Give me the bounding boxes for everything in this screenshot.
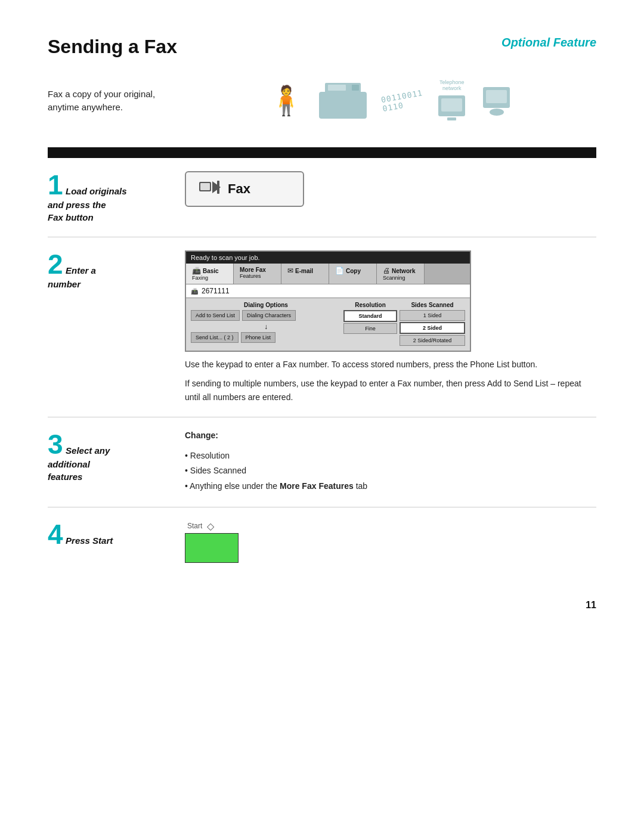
step-2-desc1: Use the keypad to enter a Fax number. To…	[185, 358, 596, 371]
svg-rect-3	[352, 85, 359, 91]
resolution-header: Resolution	[343, 302, 397, 308]
start-green-button[interactable]	[185, 533, 239, 563]
copy-tab-icon: 📄	[335, 267, 344, 275]
number-field-icon: 📠	[191, 288, 198, 295]
sides-rotated-btn[interactable]: 2 Sided/Rotated	[400, 335, 465, 346]
tab-copy[interactable]: 📄 Copy	[329, 264, 377, 284]
intro-text: Fax a copy of your original, anytime any…	[48, 88, 167, 114]
svg-rect-6	[447, 117, 456, 120]
fax-number-value: 2671111	[202, 287, 230, 295]
person-icon: 🧍	[268, 84, 304, 117]
tab-more-fax-title: More Fax	[240, 267, 266, 273]
phone-list-btn[interactable]: Phone List	[241, 332, 276, 343]
resolution-fine-btn[interactable]: Fine	[343, 323, 397, 334]
email-tab-icon: ✉	[287, 267, 293, 275]
screen-topbar-text: Ready to scan your job.	[186, 252, 470, 264]
change-label: Change:	[185, 431, 596, 440]
tab-email-title: E-mail	[295, 268, 313, 274]
svg-point-9	[490, 109, 504, 116]
step-1-label-area: 1 Load originals and press the Fax butto…	[48, 171, 167, 224]
step-3-number: 3	[48, 429, 63, 460]
screen-body: Dialing Options Add to Send List Dialing…	[186, 298, 470, 351]
fax-button-label[interactable]: Fax	[228, 181, 250, 197]
fax-number-field: 📠 2671111	[186, 284, 470, 298]
step-3-content: Change: Resolution Sides Scanned Anythin…	[185, 431, 596, 494]
dialing-options-col: Dialing Options Add to Send List Dialing…	[191, 302, 341, 347]
add-to-send-list-btn[interactable]: Add to Send List	[191, 310, 240, 321]
tab-network-title: Network	[392, 268, 415, 274]
sides-scanned-header: Sides Scanned	[400, 302, 465, 308]
screen-tabs-row: 📠 Basic Faxing More Fax Features ✉ E-mai…	[186, 264, 470, 284]
section-divider-bar	[48, 147, 596, 158]
svg-rect-0	[319, 92, 367, 119]
scanning-tab-icon: 🖨	[383, 267, 390, 275]
intro-row: Fax a copy of your original, anytime any…	[48, 65, 596, 137]
send-phone-row: Send List... ( 2 ) Phone List	[191, 332, 341, 343]
svg-rect-5	[441, 98, 462, 112]
page-number: 11	[48, 600, 596, 611]
phone-fax-area	[480, 84, 513, 118]
step-2-row: 2 Enter a number Ready to scan your job.…	[48, 237, 596, 417]
change-item-resolution: Resolution	[185, 448, 596, 463]
step-4-number: 4	[48, 519, 63, 550]
start-diamond-icon: ◇	[207, 521, 214, 532]
start-text-label: Start	[187, 522, 202, 530]
svg-rect-11	[200, 183, 210, 190]
optional-feature-label: Optional Feature	[501, 36, 596, 49]
sides-1sided-btn[interactable]: 1 Sided	[400, 310, 465, 321]
tab-more-fax-sub: Features	[240, 273, 261, 279]
step-2-label-area: 2 Enter a number	[48, 250, 167, 290]
svg-rect-13	[217, 181, 219, 194]
step-2-content: Ready to scan your job. 📠 Basic Faxing M…	[185, 250, 596, 404]
change-item-more: Anything else under the More Fax Feature…	[185, 479, 596, 494]
send-list-btn[interactable]: Send List... ( 2 )	[191, 332, 239, 343]
computer-icon: Telephonenetwork	[435, 79, 468, 122]
start-button-area: Start ◇	[185, 521, 596, 563]
change-list: Resolution Sides Scanned Anything else u…	[185, 448, 596, 494]
page-header: Sending a Fax Optional Feature	[48, 36, 596, 58]
dialing-options-header: Dialing Options	[191, 302, 341, 308]
screen-columns: Dialing Options Add to Send List Dialing…	[191, 302, 465, 347]
change-item-sides: Sides Scanned	[185, 463, 596, 478]
tab-copy-title: Copy	[346, 268, 361, 274]
computer-svg	[435, 92, 468, 122]
fax-tab-icon: 📠	[192, 267, 201, 275]
step-1-row: 1 Load originals and press the Fax butto…	[48, 158, 596, 237]
dialing-btn-row: Add to Send List Dialing Characters	[191, 310, 341, 321]
step-4-label: Press Start	[66, 535, 113, 546]
fax-button-illustration: Fax	[185, 171, 304, 207]
resolution-standard-btn[interactable]: Standard	[343, 310, 397, 322]
svg-rect-8	[486, 90, 507, 103]
step-1-number: 1	[48, 169, 63, 200]
sides-2sided-btn[interactable]: 2 Sided	[400, 322, 465, 334]
step-4-row: 4 Press Start Start ◇	[48, 507, 596, 576]
svg-rect-2	[328, 85, 346, 91]
tab-basic-sub: Faxing	[192, 275, 208, 281]
step-2-desc2: If sending to multiple numbers, use the …	[185, 377, 596, 404]
fax-arrow-svg	[199, 178, 221, 196]
down-arrow-icon: ↓	[191, 323, 341, 331]
intro-illustration: 🧍 001100110110 Telephonenetwork	[185, 65, 596, 137]
tab-more-fax[interactable]: More Fax Features	[234, 264, 281, 284]
sides-scanned-col: Sides Scanned 1 Sided 2 Sided 2 Sided/Ro…	[400, 302, 465, 347]
step-4-label-area: 4 Press Start	[48, 521, 167, 548]
start-label-row: Start ◇	[187, 521, 214, 532]
more-fax-features-bold: More Fax Features	[280, 481, 354, 491]
step-2-number: 2	[48, 249, 63, 280]
tab-network-sub: Scanning	[383, 275, 405, 281]
resolution-col: Resolution Standard Fine	[343, 302, 397, 347]
page-title: Sending a Fax	[48, 36, 177, 58]
tab-network-scanning[interactable]: 🖨 Network Scanning	[377, 264, 425, 284]
step-3-row: 3 Select any additional features Change:…	[48, 417, 596, 507]
tab-basic-title: Basic	[203, 268, 219, 274]
tab-email[interactable]: ✉ E-mail	[281, 264, 329, 284]
fax-phone-icon	[480, 84, 513, 117]
copier-icon	[316, 80, 370, 122]
binary-text: 001100110110	[380, 88, 425, 113]
document-arrow-icon	[199, 178, 221, 200]
fax-screen-mockup: Ready to scan your job. 📠 Basic Faxing M…	[185, 250, 471, 352]
step-3-label-area: 3 Select any additional features	[48, 431, 167, 483]
tab-basic-faxing[interactable]: 📠 Basic Faxing	[186, 264, 234, 284]
step-1-content: Fax	[185, 171, 596, 207]
dialing-characters-btn[interactable]: Dialing Characters	[242, 310, 296, 321]
